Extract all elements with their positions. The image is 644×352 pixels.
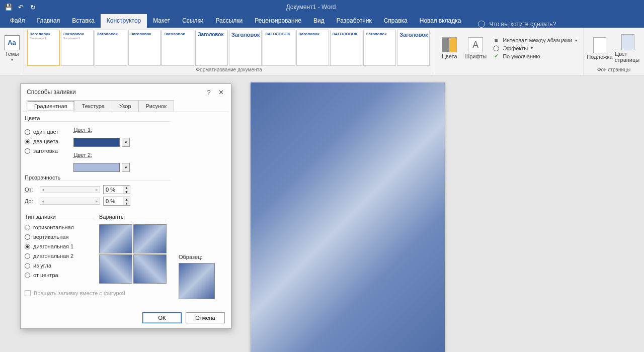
colors-icon: [442, 37, 457, 52]
tab-picture[interactable]: Рисунок: [138, 100, 175, 112]
fill-effects-dialog: Способы заливки ? ✕ Градиентная Текстура…: [20, 83, 231, 329]
titlebar: 💾 ↶ ↻ Документ1 - Word: [0, 0, 644, 14]
undo-icon[interactable]: ↶: [15, 2, 26, 13]
check-icon: ✔: [493, 53, 500, 59]
fonts-icon: A: [468, 37, 483, 52]
color2-label: Цвет 2:: [73, 152, 98, 158]
variant-3[interactable]: [99, 254, 132, 284]
color1-label: Цвет 1:: [73, 127, 98, 133]
group-label-page-bg: Фон страницы: [584, 67, 644, 75]
tab-newtab[interactable]: Новая вкладка: [414, 14, 467, 28]
color2-swatch[interactable]: [73, 163, 120, 172]
color1-swatch[interactable]: [73, 138, 120, 147]
style-thumb[interactable]: ЗАГОЛОВОК: [263, 30, 295, 66]
watermark-icon: [593, 37, 606, 53]
radio-one-color[interactable]: один цвет: [25, 129, 58, 135]
tab-gradient[interactable]: Градиентная: [27, 100, 75, 112]
help-button[interactable]: ?: [203, 86, 215, 98]
close-button[interactable]: ✕: [215, 86, 227, 98]
tab-references[interactable]: Ссылки: [176, 14, 209, 28]
group-label-docfmt: Форматирование документа: [24, 67, 434, 75]
style-thumb[interactable]: Заголовок: [195, 30, 228, 66]
radio-horizontal[interactable]: горизонтальная: [25, 224, 95, 230]
tab-mailings[interactable]: Рассылки: [209, 14, 249, 28]
from-spinner[interactable]: ▲▼: [103, 185, 130, 194]
radio-from-corner[interactable]: из угла: [25, 262, 95, 269]
window-title: Документ1 - Word: [38, 4, 584, 11]
sample-preview: [179, 263, 215, 299]
radio-two-colors[interactable]: два цвета: [25, 138, 58, 144]
redo-icon[interactable]: ↻: [27, 2, 38, 13]
tab-developer[interactable]: Разработчик: [331, 14, 378, 28]
effects-button[interactable]: ◯Эффекты▾: [493, 45, 577, 51]
page-color-icon: [621, 34, 634, 50]
style-thumb[interactable]: Заголовок: [95, 30, 127, 66]
radio-diagonal2[interactable]: диагональная 2: [25, 253, 95, 259]
to-spinner[interactable]: ▲▼: [103, 197, 130, 206]
style-thumb[interactable]: Заголовок: [128, 30, 161, 66]
spacing-icon: ≡: [493, 37, 500, 43]
checkbox-icon: [25, 290, 31, 296]
tab-layout[interactable]: Макет: [147, 14, 176, 28]
save-icon[interactable]: 💾: [3, 2, 14, 13]
radio-vertical[interactable]: вертикальная: [25, 234, 95, 240]
style-thumb[interactable]: ЗаголовокЗаголовок 1: [61, 30, 94, 66]
dialog-titlebar: Способы заливки ? ✕: [21, 84, 231, 100]
style-thumb[interactable]: Заголовок: [363, 30, 396, 66]
watermark-button[interactable]: Подложка: [587, 37, 613, 60]
style-thumb[interactable]: Заголовок: [162, 30, 194, 66]
style-thumb[interactable]: Заголовок: [229, 30, 262, 66]
fonts-button[interactable]: AШрифты: [463, 37, 488, 59]
paragraph-spacing-button[interactable]: ≡Интервал между абзацами▾: [493, 37, 577, 43]
style-thumb[interactable]: ЗАГОЛОВОК: [330, 30, 363, 66]
tab-help[interactable]: Справка: [378, 14, 414, 28]
effects-icon: ◯: [493, 45, 500, 51]
sample-legend: Образец:: [179, 254, 215, 260]
variant-4[interactable]: [133, 254, 167, 284]
bulb-icon: [478, 21, 485, 28]
colors-legend: Цвета: [25, 115, 171, 121]
variants-legend: Варианты: [99, 214, 167, 220]
themes-label: Темы: [5, 51, 19, 57]
color1-row: Цвет 1:: [73, 127, 130, 133]
from-slider[interactable]: ◂▸: [40, 186, 100, 193]
ok-button[interactable]: ОК: [142, 312, 182, 323]
colors-button[interactable]: Цвета: [437, 37, 461, 59]
tab-insert[interactable]: Вставка: [66, 14, 101, 28]
design-options: ≡Интервал между абзацами▾ ◯Эффекты▾ ✔По …: [490, 35, 580, 61]
page-color-button[interactable]: Цвет страницы: [615, 34, 641, 63]
themes-button[interactable]: Aa Темы ▾: [3, 35, 21, 62]
style-thumb[interactable]: Заголовок: [296, 30, 329, 66]
color2-dropdown[interactable]: ▾: [122, 163, 130, 172]
color1-dropdown[interactable]: ▾: [122, 138, 130, 147]
tab-review[interactable]: Рецензирование: [249, 14, 307, 28]
tab-texture[interactable]: Текстура: [74, 100, 112, 112]
tab-design[interactable]: Конструктор: [101, 14, 147, 28]
to-label: До:: [25, 198, 37, 204]
transparency-legend: Прозрачность: [25, 174, 171, 181]
ribbon: Aa Темы ▾ ЗаголовокЗаголовок 1 Заголовок…: [0, 28, 644, 75]
variant-1[interactable]: [99, 224, 132, 253]
shading-legend: Тип заливки: [25, 214, 95, 220]
tab-view[interactable]: Вид: [307, 14, 331, 28]
style-set-gallery[interactable]: ЗаголовокЗаголовок 1 ЗаголовокЗаголовок …: [27, 30, 431, 66]
tab-pattern[interactable]: Узор: [112, 100, 139, 112]
from-label: От:: [25, 187, 37, 193]
tell-me-search[interactable]: Что вы хотите сделать?: [467, 21, 556, 28]
tab-home[interactable]: Главная: [31, 14, 66, 28]
to-slider[interactable]: ◂▸: [40, 198, 100, 205]
radio-preset[interactable]: заготовка: [25, 148, 58, 154]
dialog-tabs: Градиентная Текстура Узор Рисунок: [21, 100, 231, 112]
style-thumb[interactable]: Заголовок: [397, 30, 430, 66]
dialog-title: Способы заливки: [27, 89, 76, 96]
variant-2[interactable]: [133, 224, 167, 253]
set-default-button[interactable]: ✔По умолчанию: [493, 53, 577, 59]
style-thumb[interactable]: ЗаголовокЗаголовок 1: [27, 30, 60, 66]
cancel-button[interactable]: Отмена: [186, 312, 225, 323]
tab-file[interactable]: Файл: [4, 14, 31, 28]
rotate-fill-checkbox: Вращать заливку вместе с фигурой: [25, 290, 125, 296]
radio-diagonal1[interactable]: диагональная 1: [25, 243, 95, 249]
document-page[interactable]: [251, 82, 445, 352]
themes-icon: Aa: [5, 35, 20, 50]
radio-from-center[interactable]: от центра: [25, 272, 95, 278]
